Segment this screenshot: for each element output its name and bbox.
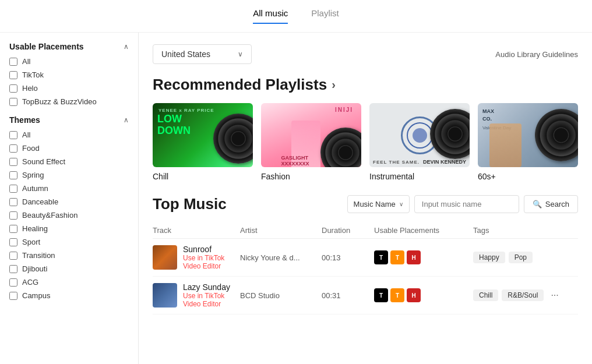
themes-chevron[interactable]: ∧ (124, 116, 129, 124)
checkbox-danceable-label: Danceable (22, 197, 58, 206)
checkbox-spring[interactable]: Spring (9, 171, 129, 179)
checkbox-sound-effect-input[interactable] (9, 158, 17, 166)
region-selected-value: United States (161, 50, 210, 59)
themes-header: Themes ∧ (9, 115, 129, 125)
music-name-dropdown-label: Music Name (354, 200, 396, 208)
audio-guidelines-link[interactable]: Audio Library Guidelines (495, 50, 578, 59)
track-use-link-sunroof[interactable]: Use in TikTok Video Editor (183, 254, 240, 270)
checkbox-food-input[interactable] (9, 144, 17, 153)
checkbox-autumn[interactable]: Autumn (9, 184, 129, 193)
main-layout: Usable Placements ∧ All TikTok Helo TopB… (0, 33, 592, 364)
recommended-playlists-section: Recommended Playlists › YENEE x RAY PRIC… (153, 76, 578, 181)
checkbox-all[interactable]: All (9, 57, 129, 66)
tag-chill[interactable]: Chill (473, 289, 498, 301)
checkbox-tiktok[interactable]: TikTok (9, 70, 129, 79)
tags-cell-sunroof: Happy Pop (473, 252, 578, 263)
checkbox-healing-input[interactable] (9, 225, 17, 233)
track-info-lazysunday: Lazy Sunday Use in TikTok Video Editor (183, 282, 240, 308)
playlist-card-60s[interactable]: MAX CO. Valentine Day 60s+ (478, 103, 578, 181)
checkbox-beauty-fashion[interactable]: Beauty&Fashion (9, 211, 129, 220)
col-duration: Duration (322, 226, 374, 235)
checkbox-danceable-input[interactable] (9, 198, 17, 206)
checkbox-spring-input[interactable] (9, 171, 17, 179)
tab-all-music[interactable]: All music (253, 8, 288, 24)
dropdown-arrow-icon: ∨ (399, 201, 403, 207)
usable-placements-chevron[interactable]: ∧ (124, 43, 129, 51)
top-music-title: Top Music (153, 195, 227, 213)
checkbox-themes-all-input[interactable] (9, 131, 17, 139)
checkbox-sound-effect[interactable]: Sound Effect (9, 157, 129, 166)
checkbox-beauty-fashion-input[interactable] (9, 211, 17, 220)
playlist-thumb-60s: MAX CO. Valentine Day (478, 103, 578, 167)
tag-rnbsoul[interactable]: R&B/Soul (502, 289, 544, 301)
checkbox-transition-input[interactable] (9, 252, 17, 260)
music-name-dropdown[interactable]: Music Name ∨ (347, 195, 410, 213)
track-cell-sunroof: Sunroof Use in TikTok Video Editor (153, 245, 240, 270)
track-cell-lazysunday: Lazy Sunday Use in TikTok Video Editor (153, 282, 240, 308)
checkbox-food[interactable]: Food (9, 144, 129, 153)
checkbox-tiktok-input[interactable] (9, 71, 17, 79)
checkbox-campus-label: Campus (22, 291, 50, 300)
checkbox-campus-input[interactable] (9, 292, 17, 300)
checkbox-transition[interactable]: Transition (9, 251, 129, 260)
search-button[interactable]: 🔍 Search (524, 195, 578, 213)
checkbox-healing[interactable]: Healing (9, 224, 129, 233)
themes-title: Themes (9, 115, 40, 125)
helo-icon-2: H (407, 288, 421, 302)
checkbox-djibouti-input[interactable] (9, 265, 17, 273)
checkbox-helo[interactable]: Helo (9, 84, 129, 93)
topbuzz-icon-2: T (390, 288, 404, 302)
playlist-label-60s: 60s+ (478, 172, 496, 181)
checkbox-autumn-input[interactable] (9, 185, 17, 193)
playlists-row: YENEE x RAY PRICE LOWDOWN Chill INIJI GA… (153, 103, 578, 181)
search-button-label: Search (545, 200, 569, 208)
checkbox-sport[interactable]: Sport (9, 238, 129, 246)
track-name-sunroof: Sunroof (183, 245, 240, 254)
tags-cell-lazysunday: Chill R&B/Soul ··· (473, 289, 578, 302)
checkbox-themes-all[interactable]: All (9, 130, 129, 139)
duration-cell-sunroof: 00:13 (322, 253, 374, 262)
checkbox-topbuzz[interactable]: TopBuzz & BuzzVideo (9, 97, 129, 106)
checkbox-sport-input[interactable] (9, 238, 17, 246)
table-row: Lazy Sunday Use in TikTok Video Editor B… (153, 277, 578, 314)
playlist-card-fashion[interactable]: INIJI GASLIGHTXXXXXXXX Fashion (261, 103, 361, 181)
checkbox-djibouti-label: Djibouti (22, 264, 47, 273)
checkbox-sound-effect-label: Sound Effect (22, 157, 65, 166)
playlist-thumb-fashion: INIJI GASLIGHTXXXXXXXX (261, 103, 361, 167)
more-options-button[interactable]: ··· (547, 289, 562, 302)
checkbox-tiktok-label: TikTok (22, 70, 44, 79)
col-placements: Usable Placements (374, 226, 473, 235)
usable-placements-title: Usable Placements (9, 42, 84, 51)
checkbox-acg[interactable]: ACG (9, 278, 129, 287)
placements-cell-lazysunday: T T H (374, 288, 473, 302)
track-info-sunroof: Sunroof Use in TikTok Video Editor (183, 245, 240, 270)
checkbox-topbuzz-input[interactable] (9, 98, 17, 106)
tab-playlist[interactable]: Playlist (311, 8, 339, 24)
track-use-link-lazysunday[interactable]: Use in TikTok Video Editor (183, 292, 240, 308)
placements-cell-sunroof: T T H (374, 250, 473, 264)
checkbox-danceable[interactable]: Danceable (9, 197, 129, 206)
tag-pop[interactable]: Pop (509, 252, 533, 263)
tag-happy[interactable]: Happy (473, 252, 505, 263)
checkbox-djibouti[interactable]: Djibouti (9, 264, 129, 273)
artist-cell-sunroof: Nicky Youre & d... (240, 253, 322, 262)
sidebar: Usable Placements ∧ All TikTok Helo TopB… (0, 33, 139, 364)
playlist-card-chill[interactable]: YENEE x RAY PRICE LOWDOWN Chill (153, 103, 253, 181)
checkbox-autumn-label: Autumn (22, 184, 48, 193)
checkbox-all-input[interactable] (9, 58, 17, 66)
checkbox-campus[interactable]: Campus (9, 291, 129, 300)
top-music-section: Top Music Music Name ∨ 🔍 Search (153, 195, 578, 314)
themes-section: Themes ∧ All Food Sound Effect Spring (9, 115, 129, 300)
region-select[interactable]: United States ∨ (153, 44, 252, 64)
checkbox-food-label: Food (22, 144, 40, 153)
checkbox-topbuzz-label: TopBuzz & BuzzVideo (22, 97, 97, 106)
artist-cell-lazysunday: BCD Studio (240, 291, 322, 300)
playlists-arrow[interactable]: › (332, 78, 336, 91)
checkbox-healing-label: Healing (22, 224, 48, 233)
checkbox-helo-input[interactable] (9, 84, 17, 93)
music-search-input[interactable] (414, 195, 519, 213)
checkbox-acg-input[interactable] (9, 278, 17, 287)
playlist-card-instrumental[interactable]: FEEL THE SAME. DEVIN KENNEDY Instrumenta… (369, 103, 470, 181)
helo-icon: H (407, 250, 421, 264)
col-artist: Artist (240, 226, 322, 235)
